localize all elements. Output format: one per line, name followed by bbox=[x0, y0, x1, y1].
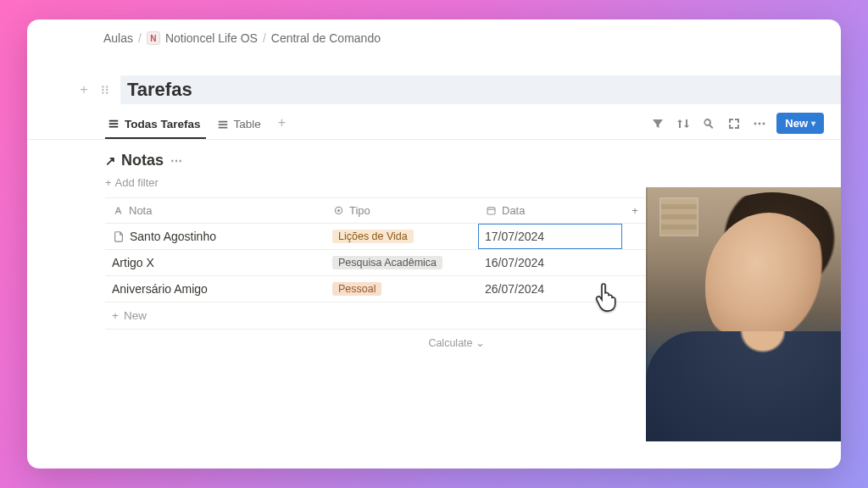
text-property-icon bbox=[112, 205, 124, 217]
calculate-button[interactable]: Calculate ⌄ bbox=[332, 336, 485, 349]
cell-tipo[interactable]: Pesquisa Acadêmica bbox=[326, 250, 478, 275]
svg-point-5 bbox=[106, 92, 108, 93]
cell-nota[interactable]: Santo Agostinho bbox=[105, 224, 326, 249]
cell-nota-text: Santo Agostinho bbox=[130, 230, 216, 243]
drag-handle[interactable] bbox=[98, 82, 114, 97]
cell-tipo[interactable]: Lições de Vida bbox=[326, 224, 478, 249]
add-filter-label: Add filter bbox=[115, 176, 159, 189]
search-icon[interactable] bbox=[700, 115, 717, 132]
page-icon bbox=[112, 230, 125, 243]
cell-nota-text: Aniversário Amigo bbox=[112, 282, 208, 296]
filter-icon[interactable] bbox=[649, 115, 666, 132]
tag: Lições de Vida bbox=[332, 230, 414, 243]
notion-page-icon: N bbox=[147, 31, 160, 45]
cell-tipo[interactable]: Pessoal bbox=[326, 276, 478, 302]
plus-icon: + bbox=[105, 176, 112, 189]
breadcrumb-separator: / bbox=[138, 31, 142, 45]
table-icon bbox=[216, 118, 230, 131]
add-column-button[interactable]: + bbox=[622, 198, 648, 223]
tab-label: Todas Tarefas bbox=[125, 118, 201, 130]
cell-empty bbox=[622, 230, 648, 242]
breadcrumb: Aulas / N Notioncel Life OS / Central de… bbox=[27, 19, 841, 50]
column-label: Nota bbox=[129, 204, 152, 217]
cell-nota-text: Artigo X bbox=[112, 256, 154, 269]
svg-point-1 bbox=[106, 86, 108, 87]
webcam-figure bbox=[646, 331, 841, 441]
database-title: Notas bbox=[121, 152, 164, 169]
column-label: Data bbox=[502, 204, 525, 217]
table-icon bbox=[107, 117, 120, 130]
svg-point-4 bbox=[102, 92, 103, 93]
more-icon[interactable] bbox=[751, 115, 768, 132]
select-property-icon bbox=[332, 205, 344, 217]
date-property-icon bbox=[485, 205, 497, 217]
view-toolbar: New ▾ bbox=[649, 113, 824, 139]
cell-empty bbox=[622, 257, 648, 269]
view-tabs: Todas Tarefas Table + bbox=[27, 104, 841, 140]
column-nota[interactable]: Nota bbox=[105, 198, 326, 223]
chevron-down-icon: ▾ bbox=[811, 119, 815, 128]
cell-nota[interactable]: Artigo X bbox=[105, 250, 326, 275]
svg-point-2 bbox=[102, 89, 103, 91]
svg-point-8 bbox=[763, 122, 765, 125]
add-view-button[interactable]: + bbox=[275, 115, 289, 137]
cell-data[interactable]: 17/07/2024 bbox=[478, 224, 622, 249]
cell-data[interactable]: 16/07/2024 bbox=[478, 250, 622, 275]
database-title-row[interactable]: ↗ Notas ⋯ bbox=[105, 148, 824, 171]
column-data[interactable]: Data bbox=[478, 198, 622, 223]
tag: Pesquisa Acadêmica bbox=[332, 256, 442, 269]
database-menu-icon[interactable]: ⋯ bbox=[170, 154, 182, 168]
cell-nota[interactable]: Aniversário Amigo bbox=[105, 276, 326, 302]
open-link-icon: ↗ bbox=[105, 153, 116, 169]
tag: Pessoal bbox=[332, 282, 381, 296]
svg-rect-11 bbox=[487, 208, 495, 214]
svg-point-6 bbox=[754, 122, 757, 125]
new-button-label: New bbox=[785, 117, 808, 130]
breadcrumb-item-lifeos[interactable]: Notioncel Life OS bbox=[165, 31, 258, 45]
sort-icon[interactable] bbox=[675, 115, 692, 132]
section-header-row: + Tarefas bbox=[27, 50, 841, 104]
app-window: Aulas / N Notioncel Life OS / Central de… bbox=[27, 19, 841, 469]
plus-icon: + bbox=[112, 309, 119, 322]
tab-table[interactable]: Table bbox=[214, 114, 266, 138]
svg-point-0 bbox=[102, 86, 103, 87]
chevron-down-icon: ⌄ bbox=[476, 337, 485, 349]
expand-icon[interactable] bbox=[726, 115, 743, 132]
new-row-label: New bbox=[124, 309, 147, 322]
cell-empty bbox=[622, 283, 648, 295]
tab-todas-tarefas[interactable]: Todas Tarefas bbox=[105, 114, 206, 139]
new-button[interactable]: New ▾ bbox=[776, 113, 824, 134]
svg-point-7 bbox=[759, 122, 761, 125]
svg-point-10 bbox=[337, 209, 339, 212]
breadcrumb-item-aulas[interactable]: Aulas bbox=[103, 31, 133, 45]
breadcrumb-separator: / bbox=[263, 31, 266, 45]
section-title-block[interactable]: Tarefas bbox=[120, 75, 841, 104]
tab-label: Table bbox=[234, 118, 261, 130]
webcam-overlay bbox=[646, 187, 841, 441]
calculate-label: Calculate bbox=[428, 337, 472, 349]
breadcrumb-item-current[interactable]: Central de Comando bbox=[271, 31, 381, 45]
add-block-button[interactable]: + bbox=[76, 82, 92, 97]
section-title: Tarefas bbox=[127, 79, 834, 101]
svg-point-3 bbox=[106, 89, 108, 91]
column-tipo[interactable]: Tipo bbox=[326, 198, 478, 223]
cell-data[interactable]: 26/07/2024 bbox=[478, 276, 622, 302]
column-label: Tipo bbox=[349, 204, 370, 217]
